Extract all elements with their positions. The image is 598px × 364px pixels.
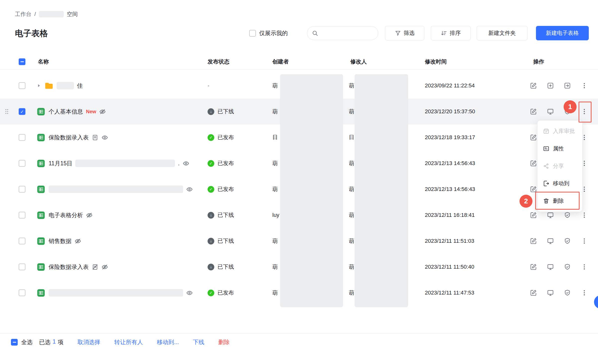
menu-item-attr[interactable]: 属性 [537,140,582,157]
monitor-action-icon[interactable] [547,289,554,296]
new-folder-button-label: 新建文件夹 [488,29,516,37]
name-cell: 电子表格分析 [36,202,208,228]
kebab-action-icon[interactable] [581,238,588,244]
row-checkbox[interactable] [19,160,25,167]
export-action-icon[interactable] [564,82,571,89]
row-checkbox[interactable]: ✓ [19,108,25,115]
sort-button[interactable]: 排序 [431,26,471,40]
menu-item-share[interactable]: 分享 [537,157,582,175]
search-input[interactable] [321,30,376,36]
footer-action[interactable]: 删除 [218,339,230,345]
eye-icon [183,160,189,167]
drag-handle-icon[interactable] [3,108,10,115]
footer-action[interactable]: 取消选择 [77,339,100,345]
annotation-step-1-badge: 1 [564,100,577,113]
row-checkbox[interactable] [19,134,25,141]
footer-select-all-checkbox[interactable] [11,339,18,346]
breadcrumb-workspace[interactable]: 工作台 [15,10,31,18]
row-checkbox[interactable] [19,186,25,193]
footer-action[interactable]: 转让所有人 [114,339,143,345]
footer-action[interactable]: 下线 [193,339,204,345]
expand-arrow-icon[interactable] [36,83,41,88]
add-action-icon[interactable] [547,82,554,89]
kebab-action-icon[interactable] [581,212,588,219]
row-checkbox[interactable] [19,238,25,244]
redacted-text [57,82,74,89]
menu-item-approval[interactable]: 入库审批 [537,122,582,140]
status-cell: ✓已发布 [208,280,234,306]
menu-item-move[interactable]: 移动到 [537,175,582,192]
status-label: 已发布 [218,289,234,297]
kebab-action-icon[interactable] [581,263,588,270]
status-offline-icon: ↓ [208,238,214,244]
edit-action-icon[interactable] [530,108,537,115]
monitor-action-icon[interactable] [547,263,554,270]
modified-time-cell: 2023/12/11 11:47:53 [425,280,474,306]
spreadsheet-icon [36,159,46,168]
kebab-action-icon[interactable] [581,289,588,296]
status-label: 已下线 [218,108,234,115]
row-checkbox[interactable] [19,82,25,89]
app-root: 工作台 / 空间 电子表格 仅展示我的 筛选 排序 新建文件夹 新建电子表格 名… [0,0,598,364]
monitor-action-icon[interactable] [547,108,554,115]
monitor-action-icon[interactable] [547,212,554,219]
name-cell [36,280,208,306]
row-name[interactable]: 电子表格分析 [49,211,83,219]
shield-action-icon[interactable] [564,263,571,270]
edit-action-icon[interactable] [530,134,537,141]
menu-item-label: 入库审批 [553,127,575,135]
row-name[interactable]: 个人基本信息 [49,108,83,116]
menu-item-label: 属性 [553,145,564,152]
row-name[interactable]: 佳 [77,82,83,90]
footer-action[interactable]: 移动到... [157,339,179,345]
row-name[interactable]: 11月15日 [49,160,72,167]
edit-action-icon[interactable] [530,212,537,219]
row-checkbox[interactable] [19,264,25,270]
spreadsheet-icon [36,211,46,220]
new-folder-button[interactable]: 新建文件夹 [477,26,527,40]
footer-bar: 全选 已选 1 项 取消选择转让所有人移动到...下线删除 [11,336,230,348]
status-offline-icon: ↓ [208,108,214,115]
modified-time-cell: 2023/12/11 11:50:40 [425,254,474,280]
edit-action-icon[interactable] [530,263,537,270]
status-cell: ✓已发布 [208,150,234,176]
search-box[interactable] [307,26,378,40]
modified-time-cell: 2023/12/20 15:37:50 [425,99,475,124]
monitor-action-icon[interactable] [547,238,554,244]
kebab-action-icon[interactable] [581,82,588,89]
shield-action-icon[interactable] [564,238,571,244]
eye-icon [186,186,193,193]
annotation-box-kebab [579,102,592,122]
eye-off-icon [101,264,108,270]
edit-action-icon[interactable] [530,238,537,244]
edit-action-icon[interactable] [530,82,537,89]
new-spreadsheet-button[interactable]: 新建电子表格 [536,26,589,40]
edit-action-icon[interactable] [530,289,537,296]
row-checkbox[interactable] [19,290,25,296]
row-checkbox[interactable] [19,212,25,219]
name-cell: 保险数据录入表 [36,124,208,150]
column-header-actions: 操作 [533,58,544,65]
status-published-icon: ✓ [208,160,214,167]
row-name[interactable]: 保险数据录入表 [49,134,89,141]
edit-action-icon[interactable] [530,160,537,167]
status-cell: ↓已下线 [208,228,234,254]
filter-button[interactable]: 筛选 [385,26,424,40]
status-label: 已发布 [218,185,234,193]
status-offline-icon: ↓ [208,212,214,219]
search-icon [312,30,318,36]
shield-action-icon[interactable] [564,289,571,296]
status-published-icon: ✓ [208,290,214,296]
row-name[interactable]: 销售数据 [49,237,72,245]
breadcrumb-current[interactable]: 空间 [67,10,78,18]
status-cell: ✓已发布 [208,124,234,150]
only-mine-toggle[interactable]: 仅展示我的 [249,29,288,37]
shield-action-icon[interactable] [564,212,571,219]
row-name[interactable]: 保险数据录入表 [49,263,89,271]
header-select-all-checkbox[interactable] [19,58,25,65]
select-all-label[interactable]: 全选 [21,338,33,346]
breadcrumb-separator: / [34,11,36,17]
row-name[interactable]: . [178,160,179,167]
status-none: - [208,82,209,89]
only-mine-checkbox[interactable] [249,30,256,37]
